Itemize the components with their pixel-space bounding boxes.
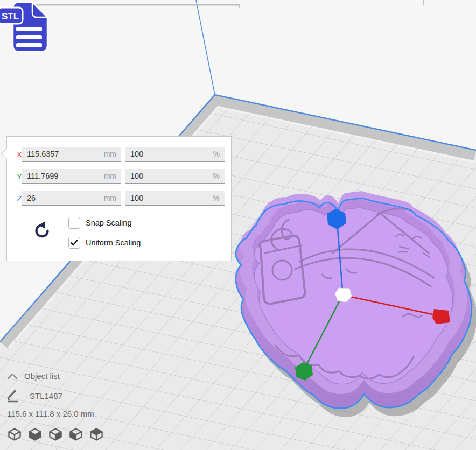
unit-percent: %	[213, 194, 225, 202]
scale-handle-x[interactable]	[432, 309, 450, 324]
checkmark-icon	[71, 240, 78, 246]
stl-badge-label: STL	[2, 11, 19, 22]
scale-x-mm-input[interactable]	[22, 150, 104, 158]
object-list-label[interactable]: Object list	[24, 371, 60, 381]
reset-arrow-icon	[33, 221, 52, 241]
stl-file-icon: STL	[0, 0, 52, 55]
reset-scale-button[interactable]	[33, 221, 52, 241]
snap-scaling-checkbox[interactable]	[68, 217, 80, 229]
cube-top-icon	[47, 426, 64, 442]
view-right-button[interactable]	[88, 426, 104, 442]
object-name[interactable]: STL1487	[30, 391, 62, 400]
uniform-scaling-checkbox[interactable]	[68, 237, 80, 249]
snap-scaling-label: Snap Scaling	[86, 217, 131, 229]
unit-mm: mm	[104, 194, 121, 202]
uniform-scaling-label: Uniform Scaling	[86, 237, 141, 249]
unit-mm: mm	[104, 150, 121, 158]
unit-mm: mm	[104, 172, 121, 180]
unit-percent: %	[213, 150, 225, 158]
pencil-edit-icon[interactable]	[6, 389, 20, 403]
view-3d-button[interactable]	[6, 426, 23, 442]
object-dimensions: 115.6 x 111.8 x 26.0 mm	[7, 409, 94, 418]
unit-percent: %	[213, 172, 225, 180]
cube-right-icon	[88, 426, 104, 442]
view-orientation-toolbar	[6, 426, 104, 442]
scale-z-percent-input[interactable]	[125, 194, 213, 202]
scale-z-mm-input[interactable]	[22, 194, 104, 202]
view-front-button[interactable]	[27, 426, 43, 442]
chevron-up-icon[interactable]	[7, 372, 18, 379]
scale-tool-panel: X mm % Y mm % Z mm % Snap Scaling	[6, 136, 232, 261]
scale-y-percent-input[interactable]	[125, 172, 213, 180]
view-left-button[interactable]	[68, 426, 84, 442]
scale-y-mm-input[interactable]	[22, 172, 104, 180]
cube-3d-icon	[6, 426, 23, 442]
cube-left-icon	[68, 426, 84, 442]
cube-front-icon	[27, 426, 43, 442]
view-top-button[interactable]	[47, 426, 64, 442]
scale-x-percent-input[interactable]	[125, 150, 213, 158]
